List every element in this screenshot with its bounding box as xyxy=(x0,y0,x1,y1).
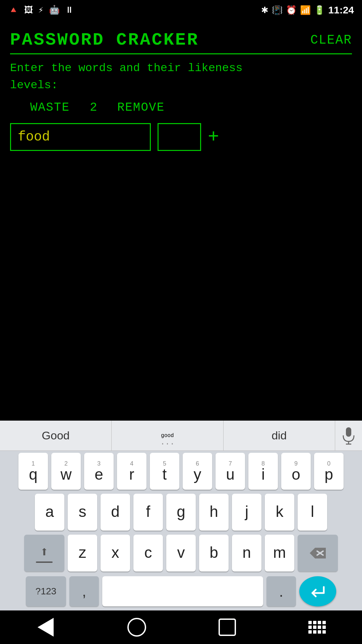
keyboard-row-1: 1 q 2 w 3 e 4 r 5 t 6 y 7 u 8 i xyxy=(0,451,362,492)
key-u[interactable]: 7 u xyxy=(216,453,245,490)
suggestion-good-cap[interactable]: Good xyxy=(0,421,112,450)
backspace-icon xyxy=(308,546,327,560)
key-l[interactable]: l xyxy=(298,494,327,531)
android-icon: 🤖 xyxy=(49,5,60,15)
microphone-icon[interactable] xyxy=(335,427,362,445)
keyboard-button[interactable] xyxy=(308,621,326,634)
enter-key[interactable] xyxy=(299,576,336,606)
comma-key[interactable]: , xyxy=(69,576,99,606)
status-bar-right-icons: ✱ 📳 ⏰ 📶 🔋 11:24 xyxy=(261,4,354,16)
keyboard-row-4: ?123 , . xyxy=(0,574,362,610)
key-t[interactable]: 5 t xyxy=(150,453,179,490)
clock-icon: ⏰ xyxy=(286,5,297,15)
remove-word-button[interactable]: REMOVE xyxy=(117,101,165,114)
status-bar: 🔺 🖼 ⚡ 🤖 ⏸ ✱ 📳 ⏰ 📶 🔋 11:24 xyxy=(0,0,362,20)
svg-rect-0 xyxy=(346,427,351,437)
score-input[interactable] xyxy=(158,123,201,151)
key-g[interactable]: g xyxy=(166,494,196,531)
existing-word-row: WASTE 2 REMOVE xyxy=(10,101,352,114)
suggestion-did[interactable]: did xyxy=(224,421,335,450)
existing-word-label: WASTE xyxy=(30,101,70,114)
key-h[interactable]: h xyxy=(199,494,229,531)
add-button[interactable]: + xyxy=(208,128,219,147)
key-f[interactable]: f xyxy=(133,494,163,531)
key-y[interactable]: 6 y xyxy=(183,453,212,490)
battery-icon: 🔋 xyxy=(314,5,325,15)
bottom-nav xyxy=(0,610,362,644)
shift-line xyxy=(36,561,53,563)
keyboard-row-3: ⬆ z x c v b n m xyxy=(0,533,362,574)
suggestions-row: Good good ··· did xyxy=(0,421,362,451)
key-p[interactable]: 0 p xyxy=(314,453,344,490)
shift-key[interactable]: ⬆ xyxy=(24,535,64,572)
key-x[interactable]: x xyxy=(101,535,130,572)
key-i[interactable]: 8 i xyxy=(248,453,278,490)
key-d[interactable]: d xyxy=(101,494,130,531)
lightning-icon: ⚡ xyxy=(38,5,44,15)
vibrate-icon: 📳 xyxy=(272,5,283,15)
key-e[interactable]: 3 e xyxy=(84,453,114,490)
status-bar-left-icons: 🔺 🖼 ⚡ 🤖 ⏸ xyxy=(8,5,74,15)
existing-word-score: 2 xyxy=(90,101,97,114)
home-button[interactable] xyxy=(127,618,146,637)
numeric-key[interactable]: ?123 xyxy=(26,576,66,606)
keyboard-row-2: a s d f g h j k l xyxy=(0,492,362,533)
recents-button[interactable] xyxy=(219,619,236,636)
header-row: PASSWORD CRACKER CLEAR xyxy=(10,30,352,54)
key-c[interactable]: c xyxy=(133,535,163,572)
image-icon: 🖼 xyxy=(24,5,33,15)
key-z[interactable]: z xyxy=(68,535,97,572)
keyboard-grid-icon xyxy=(308,621,326,634)
key-q[interactable]: 1 q xyxy=(18,453,48,490)
signal-icon: 📶 xyxy=(300,5,311,15)
key-o[interactable]: 9 o xyxy=(281,453,311,490)
bluetooth-icon: ✱ xyxy=(261,5,268,15)
word-input[interactable] xyxy=(10,123,151,151)
status-time: 11:24 xyxy=(328,4,354,16)
enter-icon xyxy=(309,584,326,598)
key-r[interactable]: 4 r xyxy=(117,453,146,490)
space-key[interactable] xyxy=(102,576,263,606)
shift-icon: ⬆ xyxy=(40,543,48,561)
backspace-key[interactable] xyxy=(298,535,338,572)
vlc-icon: 🔺 xyxy=(8,5,19,15)
key-v[interactable]: v xyxy=(166,535,196,572)
app-title: PASSWORD CRACKER xyxy=(10,30,199,50)
key-s[interactable]: s xyxy=(68,494,97,531)
key-a[interactable]: a xyxy=(35,494,64,531)
pause-icon: ⏸ xyxy=(65,5,74,15)
suggestion-good[interactable]: good ··· xyxy=(112,421,223,450)
clear-button[interactable]: CLEAR xyxy=(310,33,352,47)
key-n[interactable]: n xyxy=(232,535,261,572)
app-area: PASSWORD CRACKER CLEAR Enter the words a… xyxy=(0,20,362,421)
key-b[interactable]: b xyxy=(199,535,229,572)
key-k[interactable]: k xyxy=(265,494,294,531)
key-w[interactable]: 2 w xyxy=(51,453,81,490)
period-key[interactable]: . xyxy=(266,576,296,606)
key-m[interactable]: m xyxy=(265,535,294,572)
description-text: Enter the words and their likenesslevels… xyxy=(10,60,352,94)
keyboard-area: Good good ··· did 1 q 2 w 3 e xyxy=(0,421,362,610)
back-button[interactable] xyxy=(36,619,55,635)
key-j[interactable]: j xyxy=(232,494,261,531)
input-row: + xyxy=(10,123,352,151)
